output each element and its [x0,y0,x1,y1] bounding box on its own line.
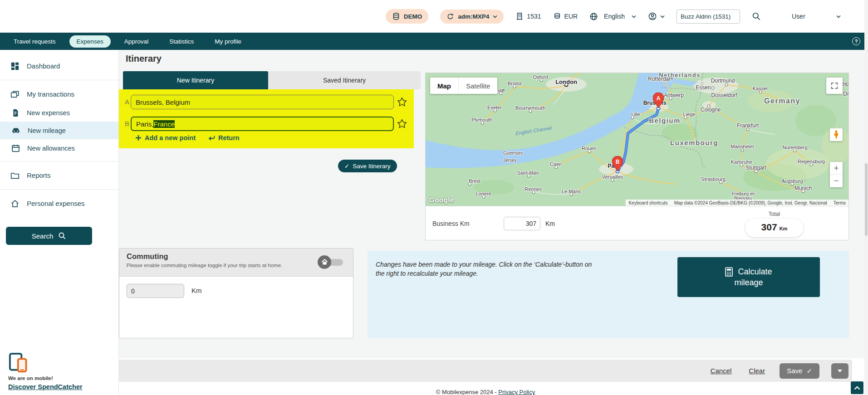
sidebar-item-new-expenses[interactable]: New expenses [0,104,118,122]
cancel-button[interactable]: Cancel [708,366,735,375]
svg-text:B: B [616,159,620,165]
sidebar-item-new-mileage[interactable]: New mileage [0,122,118,139]
impersonate-selector[interactable] [648,12,665,21]
zoom-out-button[interactable]: − [830,175,843,187]
nav-tab-travel-requests[interactable]: Travel requests [6,35,63,48]
itinerary-point-input-b[interactable]: Paris, France [131,117,394,131]
map-city-dot [725,83,728,87]
map-city-dot [611,179,614,182]
user-search-input[interactable] [677,10,740,24]
favorite-star-icon-a[interactable] [396,96,409,108]
nav-tab-expenses[interactable]: Expenses [69,35,111,48]
return-arrow-icon [208,135,215,141]
sidebar-search-button[interactable]: Search [6,227,92,245]
page-title: Itinerary [126,54,162,64]
clear-button[interactable]: Clear [746,366,768,375]
itinerary-point-input-a[interactable]: Brussels, Belgium [131,95,394,109]
map-type-map-button[interactable]: Map [430,78,458,94]
tab-saved-itinerary[interactable]: Saved Itinerary [268,71,421,89]
search-label: Search [32,232,54,240]
mobile-devices-icon [8,352,83,373]
nav-tab-statistics[interactable]: Statistics [162,35,201,48]
sidebar-divider [0,80,118,80]
sidebar-item-dashboard[interactable]: Dashboard [0,56,118,76]
refresh-icon [446,13,454,20]
commuting-toggle[interactable] [318,255,344,269]
map-city-dot [707,105,711,108]
scrollbar-thumb[interactable] [865,163,868,236]
language-selector[interactable]: English [589,12,636,21]
map-fullscreen-button[interactable] [826,78,843,94]
database-icon [392,12,400,20]
check-icon: ✓ [344,162,349,170]
map-city-dot [755,170,758,173]
sidebar-item-new-allowances[interactable]: New allowances [0,139,118,157]
zoom-in-button[interactable]: + [830,162,843,175]
mileage-summary: Business Km Km Total 307 Km [426,206,848,240]
map-city-dot [555,166,558,169]
itinerary-tabs: New Itinerary Saved Itinerary [123,71,421,89]
map-city-dot [711,87,715,90]
commuting-km-input[interactable] [127,284,184,298]
environment-selector[interactable]: adm:MXP4 [440,10,504,24]
map-city-dot [802,190,805,193]
recalculate-message: Changes have been made to your mileage. … [376,260,593,278]
favorite-star-icon-b[interactable] [396,117,409,130]
building-icon [515,12,524,20]
main-nav: Travel requestsExpensesApprovalStatistic… [0,33,868,50]
help-icon[interactable]: ? [852,37,860,45]
top-header: DEMO adm:MXP4 1531 [0,0,868,33]
nav-tab-approval[interactable]: Approval [117,35,156,48]
map-canvas[interactable]: OxfordLondonBristolCardiffExeterBournemo… [426,73,848,206]
save-options-button[interactable] [831,363,848,379]
map-marker-a-brussels[interactable]: A [653,93,664,108]
commuting-card: Commuting Please enable commuting mileag… [119,248,353,338]
map-city-dot [540,79,543,82]
currency-group: EUR [553,12,578,20]
map-type-satellite-button[interactable]: Satellite [458,78,497,94]
terms-link[interactable]: Terms [834,200,846,205]
role-selector[interactable]: User [792,13,841,20]
document-icon [11,108,20,118]
calculate-mileage-button[interactable]: Calculate mileage [677,257,820,297]
business-km-input[interactable] [504,217,540,230]
sidebar-item-reports[interactable]: Reports [0,166,118,185]
map-data-attribution: Map data ©2024 GeoBasis-DE/BKG (©2009), … [674,200,827,205]
map-marker-b-paris[interactable]: B [612,156,623,171]
scroll-to-top-button[interactable] [851,381,863,394]
add-point-link[interactable]: Add a new point [135,134,196,141]
promo-link[interactable]: Discover SpendCatcher [8,383,83,390]
sidebar-menu: DashboardMy transactionsNew expensesNew … [0,56,118,213]
check-icon: ✓ [806,367,812,375]
demo-badge[interactable]: DEMO [386,9,429,24]
pegman-icon [833,130,840,139]
commuting-header: Commuting Please enable commuting mileag… [119,249,353,277]
privacy-policy-link[interactable]: Privacy Policy [498,389,535,395]
map-city-dot [631,116,634,119]
recalculate-panel: Changes have been made to your mileage. … [368,251,849,338]
map-city-dot [794,149,797,152]
chevron-down-icon [660,15,665,18]
point-letter-b: B [125,120,131,127]
chevron-down-icon [493,15,497,18]
return-link[interactable]: Return [208,134,240,141]
pegman-control[interactable] [830,128,843,141]
chevron-down-icon [836,15,841,18]
save-button[interactable]: Save ✓ [780,363,819,379]
tab-new-itinerary[interactable]: New Itinerary [123,71,268,89]
map-city-dot [669,97,672,100]
business-km-unit: Km [545,220,555,227]
sidebar-item-my-transactions[interactable]: My transactions [0,84,118,104]
plus-icon [135,135,142,141]
total-km-badge: 307 Km [745,219,804,237]
map-city-dot [791,183,794,186]
page-scrollbar[interactable] [864,0,868,395]
keyboard-shortcuts-link[interactable]: Keyboard shortcuts [628,200,667,205]
map-city-dot [741,149,744,152]
nav-tab-my-profile[interactable]: My profile [207,35,249,48]
save-itinerary-button[interactable]: ✓ Save Itinerary [338,160,397,172]
sidebar-item-personal-expenses[interactable]: Personal expenses [0,194,118,213]
search-icon[interactable] [752,12,761,21]
calendar-icon [11,143,20,153]
map-city-dot [529,110,532,113]
